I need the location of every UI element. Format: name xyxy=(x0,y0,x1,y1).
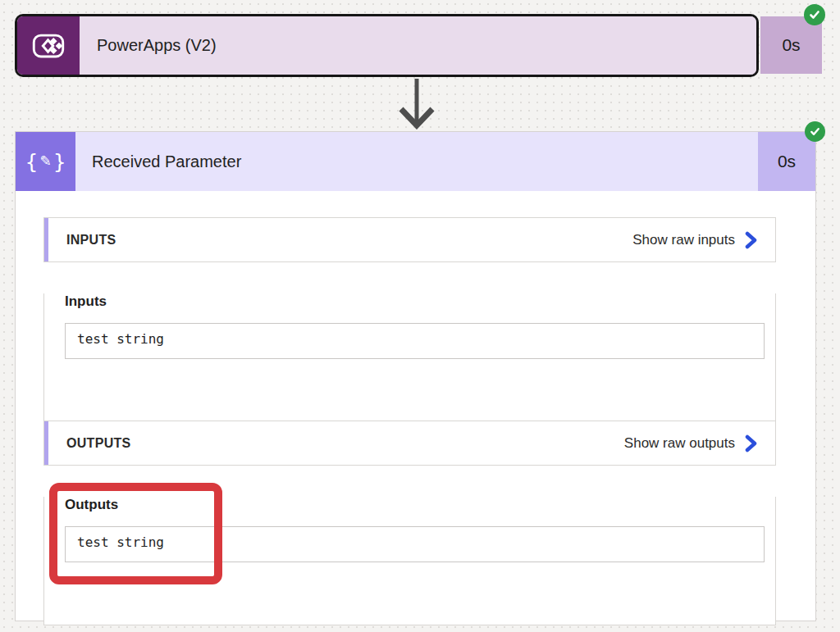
show-raw-outputs-link[interactable]: Show raw outputs xyxy=(624,434,757,452)
show-raw-outputs-label: Show raw outputs xyxy=(624,435,735,452)
inputs-section-content: Inputs test string xyxy=(43,293,776,422)
outputs-value-box: test string xyxy=(65,526,765,562)
trigger-title: PowerApps (V2) xyxy=(97,36,217,55)
show-raw-inputs-link[interactable]: Show raw inputs xyxy=(632,231,757,249)
trigger-title-area: PowerApps (V2) xyxy=(80,16,756,75)
trigger-check-circle-icon xyxy=(804,4,825,25)
inputs-header-label: INPUTS xyxy=(66,233,116,248)
show-raw-inputs-label: Show raw inputs xyxy=(632,232,735,248)
powerapps-icon xyxy=(17,16,80,75)
arrow-down-icon xyxy=(396,79,437,133)
close-brace-glyph: } xyxy=(53,150,66,174)
pencil-glyph: ✎ xyxy=(39,152,51,169)
outputs-header-label: OUTPUTS xyxy=(66,436,131,451)
action-check-circle-icon xyxy=(805,121,825,142)
outputs-section-header: OUTPUTS Show raw outputs xyxy=(43,421,776,466)
inputs-section-header: INPUTS Show raw inputs xyxy=(43,217,776,262)
inputs-value-box: test string xyxy=(65,323,765,359)
action-duration-value: 0s xyxy=(778,152,796,171)
chevron-right-icon xyxy=(745,434,757,452)
action-title-area: Received Parameter xyxy=(75,132,758,191)
outputs-accent-bar xyxy=(44,421,48,465)
outputs-section-content: Outputs test string xyxy=(43,497,776,625)
trigger-duration-value: 0s xyxy=(782,35,800,55)
chevron-right-icon xyxy=(745,231,757,249)
action-title: Received Parameter xyxy=(92,152,241,171)
inputs-section: INPUTS Show raw inputs Inputs test strin… xyxy=(43,217,776,422)
outputs-field-label: Outputs xyxy=(65,497,775,513)
action-card-header[interactable]: { ✎ } Received Parameter 0s xyxy=(16,132,815,191)
compose-braces-pencil-icon: { ✎ } xyxy=(16,132,75,191)
outputs-section: OUTPUTS Show raw outputs Outputs test st… xyxy=(43,421,776,625)
inputs-accent-bar xyxy=(44,218,48,261)
action-duration-badge: 0s xyxy=(758,132,815,191)
action-card: { ✎ } Received Parameter 0s INPUTS Show … xyxy=(15,131,816,621)
inputs-field-label: Inputs xyxy=(65,293,775,310)
open-brace-glyph: { xyxy=(25,150,38,174)
trigger-card[interactable]: PowerApps (V2) xyxy=(15,14,759,77)
